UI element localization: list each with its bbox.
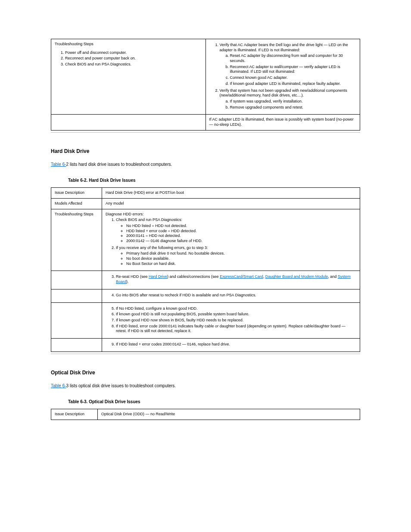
link-expresscard[interactable]: ExpressCard/Smart Card [220, 274, 263, 279]
t2-r7-r: If HDD listed + error codes 2000:0142 — … [102, 338, 360, 352]
link-hard-drive[interactable]: Hard Drive [149, 274, 167, 279]
t2-r4-r: Re-seat HDD (see Hard Drive) and cables/… [102, 271, 360, 289]
list-item: No Boot Sector on hard disk. [126, 261, 356, 267]
list-item: Power off and disconnect computer. [65, 50, 202, 56]
t1-right-ac-adapter: Verify that AC Adapter bears the Dell lo… [206, 39, 360, 115]
t1-right-sublist-a: Reset AC adapter by disconnecting from w… [220, 53, 357, 86]
list-item: If you receive any of the following erro… [116, 246, 356, 267]
t2-r2-r: Any model [102, 198, 360, 209]
t2-r6-l [51, 302, 102, 338]
list-item: No boot device available. [126, 256, 356, 261]
t1-right-ol: Verify that AC Adapter bears the Dell lo… [209, 43, 357, 110]
t2-r7-l [51, 338, 102, 352]
list-item: If HDD listed + error codes 2000:0142 — … [116, 342, 356, 347]
list-item: If known good HDD now shows in BIOS, fau… [116, 318, 356, 323]
list-item: Check BIOS and run PSA Diagnostics: No H… [116, 218, 356, 243]
caption-table-6-3: Table 6-3. Optical Disk Drive Issues [68, 399, 360, 404]
t3-r1-r: Optical Disk Drive (ODD) — no Read/Write [98, 409, 360, 420]
list-item: Reset AC adapter by disconnecting from w… [230, 53, 357, 63]
list-item: Primary hard disk drive 0 not found. No … [126, 251, 356, 256]
list-item: Check BIOS and run PSA Diagnostics. [65, 62, 202, 67]
t2-ol: Check BIOS and run PSA Diagnostics: No H… [106, 218, 356, 266]
list-item: 2000:0141 = HDD not detected. [126, 233, 356, 239]
list-item: Connect known good AC adapter. [230, 75, 357, 81]
t2-r5-l [51, 289, 102, 302]
heading-hdd: Hard Disk Drive [51, 148, 360, 155]
list-item: If HDD listed, error code 2000:0141 indi… [116, 324, 356, 334]
label-troubleshooting-steps: Troubleshooting Steps [55, 42, 202, 47]
t2-ul-1: No HDD listed = HDD not detected. HDD li… [116, 224, 356, 244]
list-item: If known good adapter LED is illuminated… [230, 81, 357, 87]
t2-r4-l [51, 271, 102, 289]
t2-r1-l: Issue Description [51, 188, 102, 199]
list-item: Verify that system has not been upgraded… [220, 88, 357, 110]
link-table-6-3[interactable]: Table 6- [51, 383, 66, 388]
divider [51, 132, 360, 133]
t2-r3-l: Troubleshooting Steps [51, 209, 102, 271]
divider [51, 354, 360, 354]
caption-table-6-2: Table 6-2. Hard Disk Drive Issues [68, 177, 360, 183]
t2-r5-r: Go into BIOS after reseat to recheck if … [102, 289, 360, 302]
list-item: If known good HDD is still not populatin… [116, 312, 356, 317]
t2-ol-4: Go into BIOS after reseat to recheck if … [106, 293, 356, 298]
t1-r2-right: If AC adapter LED is illuminated, then i… [206, 115, 360, 130]
t1-r2-left [51, 115, 206, 130]
list-item: No HDD listed = HDD not detected. [126, 224, 356, 229]
table-optical-issues: Issue Description Optical Disk Drive (OD… [51, 409, 360, 420]
list-item: Verify that AC Adapter bears the Dell lo… [220, 43, 357, 87]
intro-optical: Table 6-3 lists optical disk drive issue… [51, 383, 360, 389]
link-daughter-board[interactable]: Daughter Board and Modem Module [265, 274, 328, 279]
list-item: 2000:0142 — 0146 diagnose failure of HDD… [126, 239, 356, 244]
t3-r1-l: Issue Description [51, 409, 98, 420]
heading-optical: Optical Disk Drive [51, 370, 360, 376]
list-item: Go into BIOS after reseat to recheck if … [116, 293, 356, 298]
t2-r6-r: If No HDD listed, configure a known good… [102, 302, 360, 338]
list-item: If system was upgraded, verify installat… [230, 99, 357, 104]
list-item: Re-seat HDD (see Hard Drive) and cables/… [116, 274, 356, 284]
t2-r1-r: Hard Disk Drive (HDD) error at POST/on b… [102, 188, 360, 199]
list-item: Remove upgraded components and retest. [230, 105, 357, 110]
t2-ul-2: Primary hard disk drive 0 not found. No … [116, 251, 356, 266]
t1-left-steps: Power off and disconnect computer. Recon… [55, 50, 202, 67]
t1-left-troubleshooting: Troubleshooting Steps Power off and disc… [51, 39, 206, 115]
intro-hdd: Table 6-2 lists hard disk drive issues t… [51, 162, 360, 167]
list-item: HDD listed + error code = HDD detected. [126, 229, 356, 234]
table-hdd-issues: Issue Description Hard Disk Drive (HDD) … [51, 187, 360, 352]
table-power-issues: Troubleshooting Steps Power off and disc… [51, 39, 360, 131]
t1-right-sublist-b: If system was upgraded, verify installat… [220, 99, 357, 110]
list-item: Reconnect AC adapter to wall/computer — … [230, 65, 357, 75]
t2-r2-l: Models Affected [51, 198, 102, 209]
t2-ol-3: Re-seat HDD (see Hard Drive) and cables/… [106, 274, 356, 284]
list-item: If No HDD listed, configure a known good… [116, 306, 356, 311]
t2-r3-r: Diagnose HDD errors: Check BIOS and run … [102, 209, 360, 271]
list-item: Reconnect and power computer back on. [65, 56, 202, 61]
link-table-6-2[interactable]: Table 6- [51, 162, 66, 167]
